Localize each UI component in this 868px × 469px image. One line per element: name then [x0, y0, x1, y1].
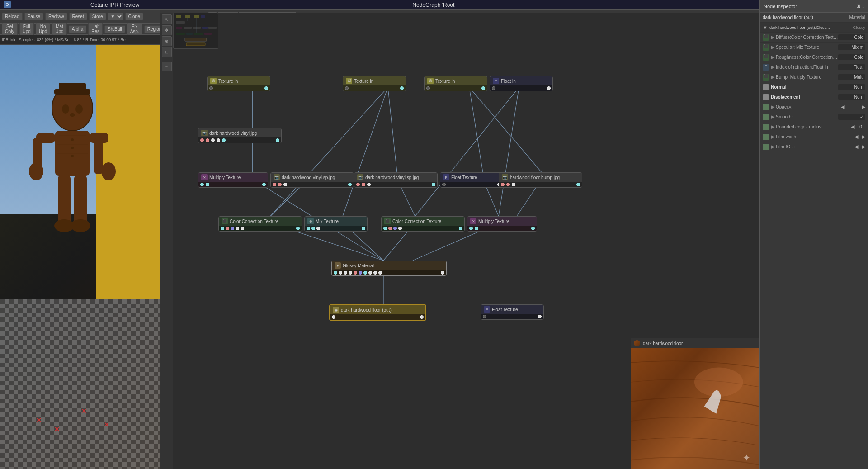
port-out[interactable] [481, 86, 485, 90]
port-in-1[interactable] [221, 227, 224, 230]
node-color-correction-1[interactable]: ⬛ Color Correction Texture [218, 216, 302, 232]
clone-button[interactable]: Clone [125, 13, 143, 20]
port-in-2[interactable] [226, 227, 229, 230]
port-in-1[interactable] [273, 183, 276, 186]
port-in-2[interactable] [506, 183, 510, 186]
ng-tool-select[interactable]: ↖ [162, 14, 172, 24]
port-in-1[interactable] [200, 183, 204, 186]
inspector-prop-roughness[interactable]: ⬛ ▶ Roughness:Color Correction Tex... Co… [760, 52, 868, 62]
sh-ball-button[interactable]: Sh.Ball [104, 25, 125, 33]
port-in[interactable] [426, 86, 430, 90]
port-in-3[interactable] [231, 227, 234, 230]
inspector-arrow-right[interactable]: ▶ [862, 104, 865, 110]
inspector-expand-3[interactable]: ▶ [771, 54, 774, 60]
node-texture-in-2[interactable]: 🖼 Texture in [343, 76, 406, 91]
node-color-correction-2[interactable]: ⬛ Color Correction Texture [381, 216, 465, 232]
port-in[interactable] [345, 86, 349, 90]
ng-tool-move[interactable]: ✥ [162, 25, 172, 35]
port-out[interactable] [276, 138, 279, 142]
port-in-9[interactable] [373, 271, 377, 275]
reset-button[interactable]: Reset [69, 13, 87, 20]
port-in-3[interactable] [283, 183, 287, 186]
inspector-prop-opacity[interactable]: ▶ Opacity: ◀ ▶ [760, 102, 868, 112]
port-in-3[interactable] [512, 183, 515, 186]
node-texture-in-1[interactable]: 🖼 Texture in [207, 76, 270, 91]
node-multiply-texture-2[interactable]: ✕ Multiply Texture [467, 216, 537, 232]
port-in-1[interactable] [383, 227, 387, 230]
port-in-1[interactable] [501, 183, 505, 186]
port-in-2[interactable] [388, 227, 392, 230]
port-in-1[interactable] [469, 227, 473, 230]
node-dark-vinyl-sp-2[interactable]: 📷 dark hardwood vinyl sp.jpg [354, 172, 438, 188]
port-in-3[interactable] [367, 183, 371, 186]
inspector-fw-arrow-right[interactable]: ▶ [862, 134, 865, 140]
port-in-4[interactable] [349, 271, 352, 275]
port-in-3[interactable] [211, 138, 215, 142]
port-in-5[interactable] [241, 227, 244, 230]
port-out[interactable] [362, 227, 365, 230]
node-dark-vinyl-sp-1[interactable]: 📷 dark hardwood vinyl sp.jpg [270, 172, 354, 188]
port-in-2[interactable] [475, 227, 478, 230]
inspector-expand-4[interactable]: ▶ [771, 64, 774, 70]
inspector-prop-specular[interactable]: ⬛ ▶ Specular: Mix Texture Mix m [760, 43, 868, 52]
port-in-6[interactable] [359, 271, 362, 275]
ng-tool-frame[interactable]: ⊡ [162, 47, 172, 57]
port-in-2[interactable] [311, 227, 315, 230]
inspector-icon-1[interactable]: ⊞ [856, 3, 860, 9]
port-out[interactable] [538, 315, 542, 318]
half-res-button[interactable]: Half Res [88, 23, 103, 35]
port-in-1[interactable] [334, 271, 337, 275]
port-in-5[interactable] [222, 138, 226, 142]
full-upd-button[interactable]: Full Upd [19, 23, 34, 35]
inspector-tree-row[interactable]: ▼ dark hardwood floor (out):Gloss... Glo… [760, 23, 868, 33]
mat-upd-button[interactable]: Mat Upd [52, 23, 66, 35]
port-out[interactable] [264, 86, 268, 90]
inspector-expand-rounded[interactable]: ▶ [771, 124, 774, 130]
inspector-fior-arrow-right[interactable]: ▶ [862, 144, 865, 150]
inspector-expand-smooth[interactable]: ▶ [771, 114, 774, 120]
node-output[interactable]: ◉ dark hardwood floor (out) [329, 304, 426, 321]
inspector-prop-film-width[interactable]: ▶ Film width: ◀ ▶ [760, 132, 868, 142]
store-dropdown[interactable]: ▼ [108, 13, 123, 20]
port-in-2[interactable] [206, 183, 209, 186]
inspector-prop-bump[interactable]: ⬛ ▶ Bump: Multiply Texture Multi [760, 72, 868, 82]
node-dark-vinyl-jpg[interactable]: 📷 dark hardwood vinyl.jpg [198, 128, 282, 143]
port-in-1[interactable] [307, 227, 310, 230]
inspector-rounded-arrow-left[interactable]: ◀ [851, 124, 854, 130]
ng-tool-zoom[interactable]: ⊕ [162, 36, 172, 46]
node-texture-in-3[interactable]: 🖼 Texture in [424, 76, 487, 91]
port-out[interactable] [576, 183, 580, 186]
inspector-expand-opacity[interactable]: ▶ [771, 104, 774, 110]
inspector-fior-arrow-left[interactable]: ◀ [854, 144, 858, 150]
port-in-2[interactable] [362, 183, 365, 186]
port-in-5[interactable] [354, 271, 357, 275]
port-in[interactable] [492, 86, 495, 90]
inspector-icon-2[interactable]: ↕ [862, 4, 865, 9]
port-in-3[interactable] [393, 227, 397, 230]
node-hardwood-bump[interactable]: 📷 hardwood floor bump.jpg [499, 172, 582, 188]
inspector-prop-smooth[interactable]: ▶ Smooth: ✓ [760, 112, 868, 122]
port-out[interactable] [296, 227, 300, 230]
port-in-3[interactable] [316, 227, 320, 230]
store-button[interactable]: Store [89, 13, 106, 20]
port-in-2[interactable] [278, 183, 282, 186]
port-in[interactable] [209, 86, 213, 90]
no-upd-button[interactable]: No Upd [36, 23, 50, 35]
node-float-texture-1[interactable]: F Float Texture [440, 172, 503, 188]
port-out[interactable] [348, 183, 352, 186]
inspector-prop-film-ior[interactable]: ▶ Film IOR: ◀ ▶ [760, 142, 868, 152]
port-in[interactable] [442, 183, 446, 186]
sel-only-button[interactable]: Sel Only [2, 23, 18, 35]
inspector-expand-1[interactable]: ▶ [771, 34, 774, 40]
port-in-4[interactable] [398, 227, 402, 230]
port-in-1[interactable] [200, 138, 204, 142]
node-glossy-material[interactable]: ● Glossy Material [331, 261, 447, 276]
port-out[interactable] [400, 86, 404, 90]
inspector-expand-fior[interactable]: ▶ [771, 144, 774, 150]
alpha-button[interactable]: Alpha [69, 25, 87, 33]
port-in-7[interactable] [363, 271, 367, 275]
inspector-fw-arrow-left[interactable]: ◀ [854, 134, 858, 140]
ng-tool-options[interactable]: ≡ [162, 62, 172, 71]
port-out[interactable] [262, 183, 266, 186]
fix-asp-button[interactable]: Fix Asp. [127, 23, 142, 35]
